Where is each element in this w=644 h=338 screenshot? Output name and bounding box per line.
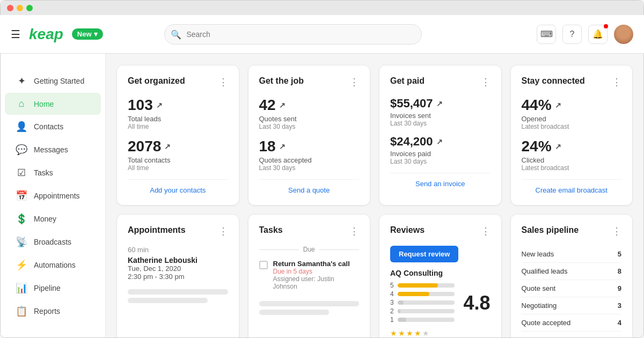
card-menu-icon[interactable]: ⋮ (481, 225, 491, 237)
card-action-link[interactable]: Send an invoice (390, 173, 491, 188)
stat-block-1: $55,407 ↗ Invoices sent Last 30 days (390, 97, 491, 127)
card-action-link[interactable]: Add your contacts (128, 179, 228, 194)
card-menu-icon[interactable]: ⋮ (612, 225, 621, 237)
appointment-name: Katherine Lebouski (128, 256, 228, 264)
star-row-2: 2 (390, 307, 455, 315)
header-actions: ⌨ ? 🔔 (537, 25, 633, 44)
avatar[interactable] (614, 25, 633, 44)
card-menu-icon[interactable]: ⋮ (612, 76, 621, 88)
sidebar-item-pipeline[interactable]: 📊 Pipeline (5, 277, 101, 299)
stay-connected-card: Stay connected ⋮ 44% ↗ Opened Latest bro… (510, 65, 633, 205)
stat-sublabel-2: All time (128, 164, 228, 172)
pipeline-label: Quote accepted (522, 319, 571, 327)
card-title: Get paid (390, 76, 425, 86)
home-icon: ⌂ (16, 98, 27, 109)
pipeline-count: 8 (618, 267, 621, 275)
search-input[interactable] (164, 24, 422, 45)
sidebar-item-reports[interactable]: 📋 Reports (5, 300, 101, 322)
pipeline-label: Qualified leads (522, 267, 568, 275)
pipeline-label: Quote sent (522, 284, 556, 292)
stat-value-2: 2078 ↗ (128, 138, 228, 155)
appointment-duration: 60 min (128, 246, 228, 254)
stat-label: Invoices sent (390, 112, 491, 120)
stat-value: 44% ↗ (522, 97, 622, 114)
rating-section: 5 4 3 2 (390, 282, 491, 325)
close-button[interactable] (7, 5, 13, 11)
sidebar-item-broadcasts[interactable]: 📡 Broadcasts (5, 231, 101, 253)
divider-line-left (259, 249, 299, 250)
star-1: ★ (390, 329, 397, 337)
sidebar-item-appointments[interactable]: 📅 Appointments (5, 185, 101, 207)
get-organized-card: Get organized ⋮ 103 ↗ Total leads All ti… (116, 65, 239, 205)
stat-sublabel-2: Last 30 days (259, 164, 360, 172)
sidebar-item-label: Appointments (34, 192, 80, 200)
sidebar-item-automations[interactable]: ⚡ Automations (5, 254, 101, 276)
big-rating: 4.8 (463, 292, 490, 314)
stat-sublabel: Latest broadcast (522, 123, 622, 130)
external-link-icon[interactable]: ↗ (436, 99, 443, 108)
notification-dot (604, 24, 608, 28)
new-badge-button[interactable]: New ▾ (72, 28, 103, 40)
main-content: Get organized ⋮ 103 ↗ Total leads All ti… (106, 16, 643, 337)
keyboard-icon-button[interactable]: ⌨ (537, 25, 556, 44)
external-link-icon-2[interactable]: ↗ (164, 142, 171, 151)
card-title: Sales pipeline (522, 225, 579, 235)
star-row-3: 3 (390, 299, 455, 306)
getting-started-icon: ✦ (16, 75, 27, 87)
sidebar-item-home[interactable]: ⌂ Home (5, 93, 101, 115)
external-link-icon-2[interactable]: ↗ (436, 137, 443, 146)
sidebar-item-contacts[interactable]: 👤 Contacts (5, 115, 101, 138)
sidebar-item-label: Broadcasts (34, 238, 71, 246)
external-link-icon-2[interactable]: ↗ (555, 142, 561, 151)
pipeline-count: 9 (618, 284, 621, 292)
external-link-icon[interactable]: ↗ (156, 101, 163, 109)
card-action-link[interactable]: Create email broadcast (522, 179, 622, 194)
card-header: Get the job ⋮ (259, 76, 360, 88)
sidebar-item-tasks[interactable]: ☑ Tasks (5, 161, 101, 184)
card-menu-icon[interactable]: ⋮ (349, 225, 359, 237)
star-label-2: 2 (390, 307, 394, 315)
card-menu-icon[interactable]: ⋮ (218, 225, 228, 237)
pipeline-label: Negotiating (522, 302, 557, 310)
external-link-icon[interactable]: ↗ (279, 101, 286, 109)
stat-value-2: $24,200 ↗ (390, 135, 491, 149)
minimize-button[interactable] (17, 5, 23, 11)
card-menu-icon[interactable]: ⋮ (349, 76, 359, 88)
maximize-button[interactable] (26, 5, 33, 11)
task-name: Return Samantha's call (273, 260, 360, 268)
card-menu-icon[interactable]: ⋮ (481, 76, 491, 88)
task-checkbox[interactable] (259, 261, 268, 269)
card-header: Get paid ⋮ (390, 76, 491, 88)
card-menu-icon[interactable]: ⋮ (218, 76, 228, 88)
card-header: Appointments ⋮ (128, 225, 228, 237)
sidebar-item-label: Home (34, 100, 54, 108)
card-title: Tasks (259, 225, 283, 235)
star-bar-bg-2 (398, 309, 455, 313)
request-review-button[interactable]: Request review (390, 246, 458, 262)
notification-icon-button[interactable]: 🔔 (588, 25, 608, 44)
stat-label: Total leads (128, 115, 228, 123)
broadcasts-icon: 📡 (16, 236, 27, 248)
sidebar-item-getting-started[interactable]: ✦ Getting Started (5, 70, 101, 92)
stat-block-2: $24,200 ↗ Invoices paid Last 30 days (390, 135, 491, 165)
search-icon: 🔍 (171, 29, 181, 39)
card-title: Get organized (128, 76, 185, 86)
star-label-5: 5 (390, 282, 394, 289)
sidebar-item-label: Messages (34, 145, 68, 154)
stat-block-1: 42 ↗ Quotes sent Last 30 days (259, 97, 360, 130)
help-icon-button[interactable]: ? (562, 25, 582, 44)
external-link-icon[interactable]: ↗ (555, 101, 561, 109)
task-due: Due in 5 days (273, 268, 360, 275)
main-layout: ✦ Getting Started ⌂ Home 👤 Contacts 💬 Me… (1, 16, 643, 337)
appointments-card: Appointments ⋮ 60 min Katherine Lebouski… (116, 214, 239, 337)
card-title: Appointments (128, 225, 186, 235)
sidebar-item-label: Getting Started (34, 77, 84, 85)
sidebar-item-messages[interactable]: 💬 Messages (5, 138, 101, 161)
sidebar-item-money[interactable]: 💲 Money (5, 208, 101, 230)
pipeline-row-1: New leads 5 (522, 246, 622, 263)
hamburger-icon[interactable]: ☰ (11, 28, 20, 41)
card-action-link[interactable]: Send a quote (259, 179, 360, 194)
stat-block-1: 44% ↗ Opened Latest broadcast (522, 97, 622, 130)
external-link-icon-2[interactable]: ↗ (279, 142, 286, 151)
stat-block-1: 103 ↗ Total leads All time (128, 97, 228, 130)
